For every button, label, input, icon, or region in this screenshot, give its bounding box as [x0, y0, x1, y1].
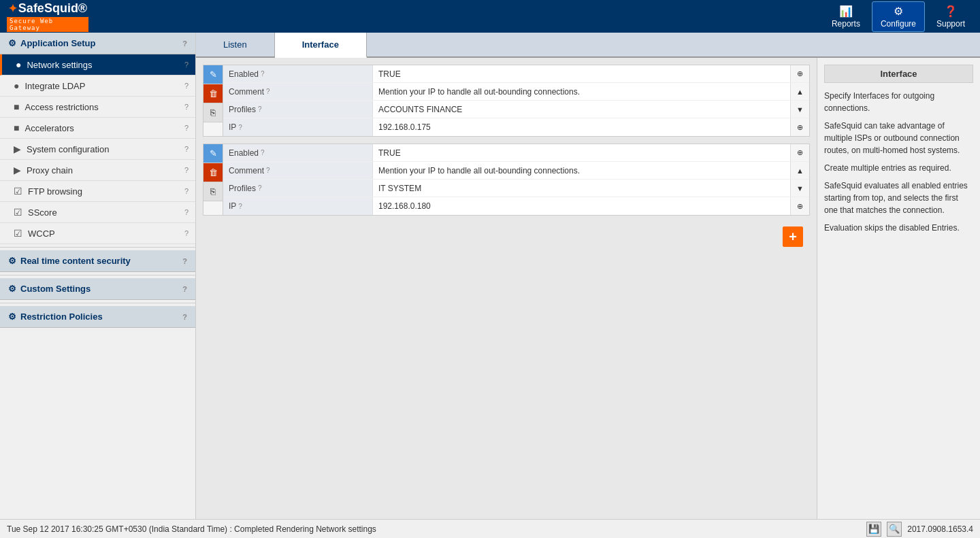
sidebar-item-wccp[interactable]: ☑ WCCP ?: [0, 223, 195, 244]
accelerators-icon: ■: [14, 122, 19, 133]
entry1-add-top-button[interactable]: ⊕: [791, 65, 809, 82]
ftp-browsing-icon: ☑: [14, 186, 22, 197]
entry2-comment-right: ▲: [790, 162, 809, 179]
entry1-enabled-row: Enabled ? TRUE ⊕: [223, 65, 809, 83]
custom-label: Custom Settings: [20, 284, 91, 294]
accelerators-help: ?: [184, 124, 189, 132]
access-restrictions-icon: ■: [14, 101, 19, 112]
network-settings-icon: ●: [16, 59, 21, 70]
search-icon[interactable]: 🔍: [887, 522, 902, 537]
right-panel-p2: SafeSquid can take advantage of multiple…: [824, 120, 973, 156]
ftp-browsing-label: FTP browsing: [28, 186, 82, 197]
sidebar-item-accelerators[interactable]: ■ Accelerators ?: [0, 118, 195, 139]
system-configuration-help: ?: [184, 145, 189, 153]
sidebar-item-network-settings[interactable]: ● Network settings ?: [0, 54, 195, 75]
sidebar-item-integrate-ldap[interactable]: ● Integrate LDAP ?: [0, 75, 195, 97]
entry2-copy-button[interactable]: ⎘: [203, 182, 223, 201]
entry2-profiles-value: IT SYSTEM: [373, 180, 790, 197]
entry1-profiles-text: Profiles: [229, 105, 256, 114]
sidebar-divider-3: [0, 303, 195, 303]
right-panel-p3: Create multiple entries as required.: [824, 162, 973, 174]
entry2-delete-button[interactable]: 🗑: [203, 163, 223, 182]
entry2-add-top-button[interactable]: ⊕: [791, 144, 809, 161]
sidebar-item-sscore[interactable]: ☑ SScore ?: [0, 202, 195, 223]
wccp-label: WCCP: [28, 229, 55, 239]
brand-tagline: Secure Web Gateway: [7, 17, 88, 32]
entry1-comment-help-icon: ?: [266, 88, 270, 95]
entry1-enabled-label: Enabled ?: [223, 65, 373, 82]
support-label: Support: [936, 19, 965, 29]
tab-listen[interactable]: Listen: [196, 33, 275, 56]
right-panel-title: Interface: [824, 65, 973, 83]
entry2-profiles-right: ▼: [790, 180, 809, 197]
network-settings-help: ?: [184, 61, 189, 69]
entry2-comment-help-icon: ?: [266, 167, 270, 174]
version-label: 2017.0908.1653.4: [907, 524, 973, 534]
configure-button[interactable]: ⚙ Configure: [872, 1, 925, 32]
entry2-move-down-button[interactable]: ▼: [791, 180, 809, 197]
entry2-ip-row: IP ? 192.168.0.180 ⊕: [223, 197, 809, 215]
entry2-comment-text: Comment: [229, 166, 264, 175]
right-panel: Interface Specify Interfaces for outgoin…: [817, 58, 980, 519]
entry-card-2: ✎ 🗑 ⎘ Enabled ? TRUE: [203, 144, 810, 216]
sidebar-divider-2: [0, 275, 195, 275]
entry1-comment-label: Comment ?: [223, 83, 373, 100]
entry2-ip-label: IP ?: [223, 197, 373, 215]
entry2-table: Enabled ? TRUE ⊕ Com: [223, 144, 810, 216]
sidebar-item-ftp-browsing[interactable]: ☑ FTP browsing ?: [0, 181, 195, 202]
tab-listen-label: Listen: [223, 39, 247, 50]
support-button[interactable]: ❓ Support: [928, 1, 973, 32]
entry1-delete-button[interactable]: 🗑: [203, 84, 223, 103]
table-area: ✎ 🗑 ⎘ Enabled ? TRUE: [196, 58, 817, 519]
entry2-right-controls: ⊕: [790, 144, 809, 161]
application-setup-icon: ⚙: [8, 38, 16, 48]
reports-button[interactable]: 📊 Reports: [823, 1, 868, 32]
tab-interface[interactable]: Interface: [275, 33, 367, 58]
sidebar-section-application-setup: ⚙ Application Setup ?: [0, 33, 195, 54]
entry1-profiles-right: ▼: [790, 101, 809, 118]
support-icon: ❓: [944, 5, 958, 18]
brand-title: ✦ SafeSquid®: [8, 1, 87, 16]
restriction-label: Restriction Policies: [20, 312, 103, 322]
sidebar-item-access-restrictions[interactable]: ■ Access restrictions ?: [0, 97, 195, 118]
add-button-container: +: [203, 222, 810, 251]
entry1-profiles-help-icon: ?: [258, 105, 262, 113]
brand-name: SafeSquid®: [18, 1, 87, 16]
entry2-comment-row: Comment ? Mention your IP to handle all …: [223, 162, 809, 180]
entry2-comment-label: Comment ?: [223, 162, 373, 179]
sscore-label: SScore: [28, 207, 57, 218]
entry2-move-up-button[interactable]: ▲: [791, 162, 809, 179]
entry2-edit-button[interactable]: ✎: [203, 144, 223, 163]
reports-label: Reports: [832, 19, 860, 29]
entry1-move-up-button[interactable]: ▲: [791, 83, 809, 100]
system-configuration-label: System configuration: [27, 144, 109, 154]
entry1-profiles-value: ACCOUNTS FINANCE: [373, 101, 790, 118]
sidebar-divider-1: [0, 247, 195, 248]
entry1-add-bottom-button[interactable]: ⊕: [791, 118, 809, 136]
entry1-ip-label: IP ?: [223, 118, 373, 136]
configure-label: Configure: [881, 19, 916, 29]
entry1-ip-value: 192.168.0.175: [373, 118, 790, 136]
top-nav: ✦ SafeSquid® Secure Web Gateway 📊 Report…: [0, 0, 980, 33]
network-settings-label: Network settings: [27, 60, 92, 70]
entry1-copy-button[interactable]: ⎘: [203, 103, 223, 122]
logo: ✦ SafeSquid® Secure Web Gateway: [7, 3, 88, 30]
entry1-move-down-button[interactable]: ▼: [791, 101, 809, 118]
wccp-help: ?: [184, 229, 189, 237]
access-restrictions-help: ?: [184, 103, 189, 111]
sidebar-item-proxy-chain[interactable]: ▶ Proxy chain ?: [0, 160, 195, 181]
save-icon[interactable]: 💾: [866, 522, 881, 537]
entry-card-1: ✎ 🗑 ⎘ Enabled ? TRUE: [203, 65, 810, 137]
wccp-icon: ☑: [14, 228, 22, 239]
reports-icon: 📊: [839, 5, 853, 18]
application-setup-help-icon: ?: [182, 39, 187, 48]
entry1-ip-right: ⊕: [790, 118, 809, 136]
entry2-ip-right: ⊕: [790, 197, 809, 215]
entry2-comment-value: Mention your IP to handle all out-boundi…: [373, 162, 790, 179]
entry1-edit-button[interactable]: ✎: [203, 65, 223, 84]
entry2-add-bottom-button[interactable]: ⊕: [791, 197, 809, 215]
status-bar: Tue Sep 12 2017 16:30:25 GMT+0530 (India…: [0, 519, 980, 538]
sidebar-item-system-configuration[interactable]: ▶ System configuration ?: [0, 139, 195, 160]
application-setup-label: Application Setup: [20, 38, 96, 48]
add-entry-button[interactable]: +: [783, 226, 803, 247]
